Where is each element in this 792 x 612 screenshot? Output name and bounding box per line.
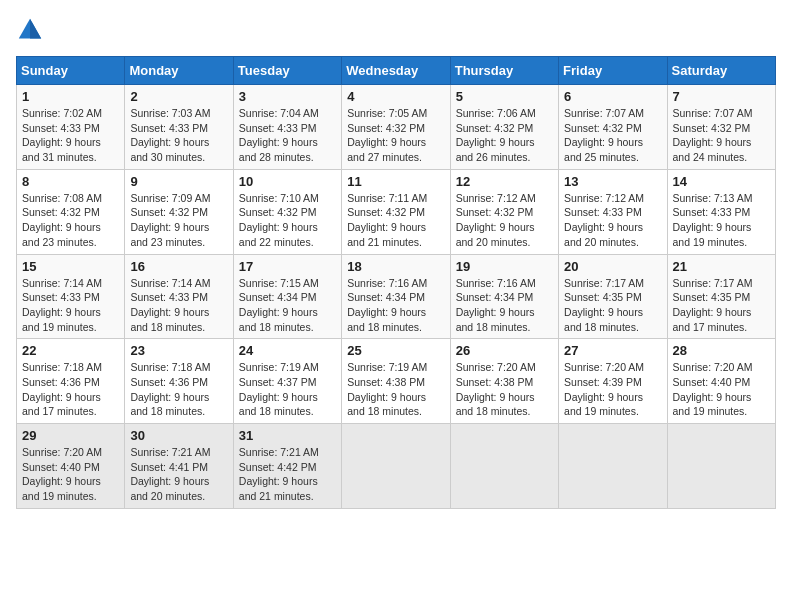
day-cell: 28Sunrise: 7:20 AM Sunset: 4:40 PM Dayli… (667, 339, 775, 424)
week-row-5: 29Sunrise: 7:20 AM Sunset: 4:40 PM Dayli… (17, 424, 776, 509)
day-number: 3 (239, 89, 336, 104)
week-row-1: 1Sunrise: 7:02 AM Sunset: 4:33 PM Daylig… (17, 85, 776, 170)
page-header (16, 16, 776, 44)
header-cell-thursday: Thursday (450, 57, 558, 85)
day-info: Sunrise: 7:02 AM Sunset: 4:33 PM Dayligh… (22, 106, 119, 165)
day-cell: 5Sunrise: 7:06 AM Sunset: 4:32 PM Daylig… (450, 85, 558, 170)
day-number: 15 (22, 259, 119, 274)
day-number: 13 (564, 174, 661, 189)
day-cell: 25Sunrise: 7:19 AM Sunset: 4:38 PM Dayli… (342, 339, 450, 424)
day-number: 30 (130, 428, 227, 443)
day-number: 17 (239, 259, 336, 274)
day-number: 10 (239, 174, 336, 189)
day-info: Sunrise: 7:14 AM Sunset: 4:33 PM Dayligh… (130, 276, 227, 335)
day-cell: 26Sunrise: 7:20 AM Sunset: 4:38 PM Dayli… (450, 339, 558, 424)
day-info: Sunrise: 7:14 AM Sunset: 4:33 PM Dayligh… (22, 276, 119, 335)
day-cell: 10Sunrise: 7:10 AM Sunset: 4:32 PM Dayli… (233, 169, 341, 254)
header-row: SundayMondayTuesdayWednesdayThursdayFrid… (17, 57, 776, 85)
header-cell-tuesday: Tuesday (233, 57, 341, 85)
svg-marker-1 (30, 19, 41, 39)
day-info: Sunrise: 7:17 AM Sunset: 4:35 PM Dayligh… (673, 276, 770, 335)
day-cell (559, 424, 667, 509)
day-number: 6 (564, 89, 661, 104)
day-number: 21 (673, 259, 770, 274)
day-info: Sunrise: 7:19 AM Sunset: 4:37 PM Dayligh… (239, 360, 336, 419)
day-cell: 27Sunrise: 7:20 AM Sunset: 4:39 PM Dayli… (559, 339, 667, 424)
day-info: Sunrise: 7:06 AM Sunset: 4:32 PM Dayligh… (456, 106, 553, 165)
day-cell: 6Sunrise: 7:07 AM Sunset: 4:32 PM Daylig… (559, 85, 667, 170)
day-cell: 11Sunrise: 7:11 AM Sunset: 4:32 PM Dayli… (342, 169, 450, 254)
day-cell: 24Sunrise: 7:19 AM Sunset: 4:37 PM Dayli… (233, 339, 341, 424)
day-number: 11 (347, 174, 444, 189)
day-info: Sunrise: 7:04 AM Sunset: 4:33 PM Dayligh… (239, 106, 336, 165)
day-info: Sunrise: 7:05 AM Sunset: 4:32 PM Dayligh… (347, 106, 444, 165)
day-cell: 30Sunrise: 7:21 AM Sunset: 4:41 PM Dayli… (125, 424, 233, 509)
day-cell: 4Sunrise: 7:05 AM Sunset: 4:32 PM Daylig… (342, 85, 450, 170)
day-cell: 12Sunrise: 7:12 AM Sunset: 4:32 PM Dayli… (450, 169, 558, 254)
day-number: 1 (22, 89, 119, 104)
day-cell: 2Sunrise: 7:03 AM Sunset: 4:33 PM Daylig… (125, 85, 233, 170)
day-info: Sunrise: 7:17 AM Sunset: 4:35 PM Dayligh… (564, 276, 661, 335)
day-number: 19 (456, 259, 553, 274)
day-cell: 13Sunrise: 7:12 AM Sunset: 4:33 PM Dayli… (559, 169, 667, 254)
day-number: 28 (673, 343, 770, 358)
logo-icon (16, 16, 44, 44)
header-cell-saturday: Saturday (667, 57, 775, 85)
week-row-2: 8Sunrise: 7:08 AM Sunset: 4:32 PM Daylig… (17, 169, 776, 254)
header-cell-wednesday: Wednesday (342, 57, 450, 85)
day-cell: 22Sunrise: 7:18 AM Sunset: 4:36 PM Dayli… (17, 339, 125, 424)
day-cell: 9Sunrise: 7:09 AM Sunset: 4:32 PM Daylig… (125, 169, 233, 254)
day-number: 22 (22, 343, 119, 358)
day-cell: 16Sunrise: 7:14 AM Sunset: 4:33 PM Dayli… (125, 254, 233, 339)
header-cell-friday: Friday (559, 57, 667, 85)
day-cell: 15Sunrise: 7:14 AM Sunset: 4:33 PM Dayli… (17, 254, 125, 339)
day-info: Sunrise: 7:21 AM Sunset: 4:41 PM Dayligh… (130, 445, 227, 504)
day-info: Sunrise: 7:18 AM Sunset: 4:36 PM Dayligh… (22, 360, 119, 419)
day-info: Sunrise: 7:16 AM Sunset: 4:34 PM Dayligh… (347, 276, 444, 335)
day-cell: 19Sunrise: 7:16 AM Sunset: 4:34 PM Dayli… (450, 254, 558, 339)
day-info: Sunrise: 7:08 AM Sunset: 4:32 PM Dayligh… (22, 191, 119, 250)
day-cell: 29Sunrise: 7:20 AM Sunset: 4:40 PM Dayli… (17, 424, 125, 509)
day-info: Sunrise: 7:12 AM Sunset: 4:33 PM Dayligh… (564, 191, 661, 250)
day-info: Sunrise: 7:09 AM Sunset: 4:32 PM Dayligh… (130, 191, 227, 250)
header-cell-sunday: Sunday (17, 57, 125, 85)
day-info: Sunrise: 7:12 AM Sunset: 4:32 PM Dayligh… (456, 191, 553, 250)
day-info: Sunrise: 7:16 AM Sunset: 4:34 PM Dayligh… (456, 276, 553, 335)
day-number: 18 (347, 259, 444, 274)
day-number: 20 (564, 259, 661, 274)
day-info: Sunrise: 7:20 AM Sunset: 4:40 PM Dayligh… (22, 445, 119, 504)
day-number: 4 (347, 89, 444, 104)
day-number: 5 (456, 89, 553, 104)
day-cell: 31Sunrise: 7:21 AM Sunset: 4:42 PM Dayli… (233, 424, 341, 509)
day-number: 26 (456, 343, 553, 358)
day-number: 23 (130, 343, 227, 358)
day-number: 14 (673, 174, 770, 189)
day-info: Sunrise: 7:11 AM Sunset: 4:32 PM Dayligh… (347, 191, 444, 250)
day-number: 29 (22, 428, 119, 443)
day-number: 25 (347, 343, 444, 358)
day-info: Sunrise: 7:20 AM Sunset: 4:38 PM Dayligh… (456, 360, 553, 419)
day-cell: 18Sunrise: 7:16 AM Sunset: 4:34 PM Dayli… (342, 254, 450, 339)
day-info: Sunrise: 7:18 AM Sunset: 4:36 PM Dayligh… (130, 360, 227, 419)
day-cell: 20Sunrise: 7:17 AM Sunset: 4:35 PM Dayli… (559, 254, 667, 339)
day-info: Sunrise: 7:19 AM Sunset: 4:38 PM Dayligh… (347, 360, 444, 419)
day-info: Sunrise: 7:13 AM Sunset: 4:33 PM Dayligh… (673, 191, 770, 250)
day-cell: 23Sunrise: 7:18 AM Sunset: 4:36 PM Dayli… (125, 339, 233, 424)
day-number: 16 (130, 259, 227, 274)
calendar-table: SundayMondayTuesdayWednesdayThursdayFrid… (16, 56, 776, 509)
day-info: Sunrise: 7:07 AM Sunset: 4:32 PM Dayligh… (673, 106, 770, 165)
day-cell: 21Sunrise: 7:17 AM Sunset: 4:35 PM Dayli… (667, 254, 775, 339)
day-cell: 14Sunrise: 7:13 AM Sunset: 4:33 PM Dayli… (667, 169, 775, 254)
day-number: 27 (564, 343, 661, 358)
day-cell: 7Sunrise: 7:07 AM Sunset: 4:32 PM Daylig… (667, 85, 775, 170)
day-number: 7 (673, 89, 770, 104)
day-cell: 3Sunrise: 7:04 AM Sunset: 4:33 PM Daylig… (233, 85, 341, 170)
day-cell: 1Sunrise: 7:02 AM Sunset: 4:33 PM Daylig… (17, 85, 125, 170)
day-info: Sunrise: 7:10 AM Sunset: 4:32 PM Dayligh… (239, 191, 336, 250)
day-cell (342, 424, 450, 509)
day-info: Sunrise: 7:21 AM Sunset: 4:42 PM Dayligh… (239, 445, 336, 504)
header-cell-monday: Monday (125, 57, 233, 85)
day-cell (450, 424, 558, 509)
day-info: Sunrise: 7:03 AM Sunset: 4:33 PM Dayligh… (130, 106, 227, 165)
day-info: Sunrise: 7:07 AM Sunset: 4:32 PM Dayligh… (564, 106, 661, 165)
